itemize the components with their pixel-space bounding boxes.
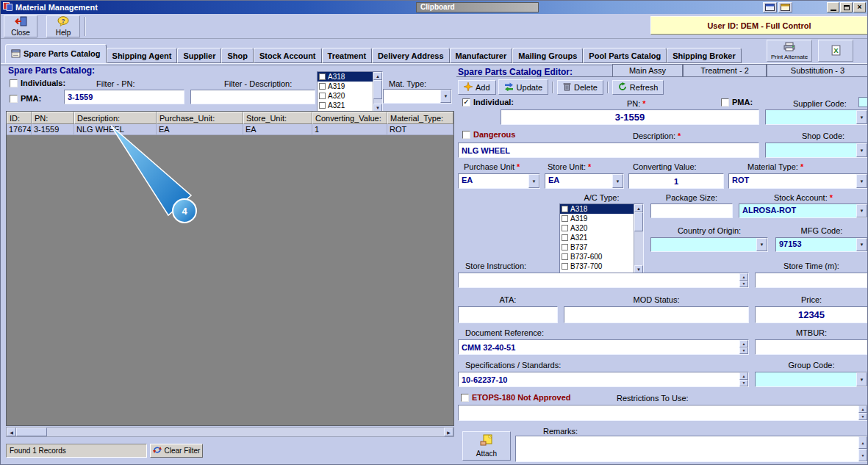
list-item-b737-700[interactable]: B737-700	[560, 262, 643, 271]
scrollbar-thumb[interactable]	[373, 80, 382, 99]
dropdown-arrow-icon[interactable]: ▼	[856, 372, 867, 386]
clipboard-child-window[interactable]: Clipboard	[416, 2, 539, 12]
add-button[interactable]: Add	[458, 80, 496, 95]
dropdown-arrow-icon[interactable]: ▼	[856, 174, 867, 188]
dropdown-arrow-icon[interactable]: ▼	[856, 110, 867, 124]
column-header-store-unit[interactable]: Store_Unit:	[243, 112, 312, 124]
column-header-converting-value[interactable]: Converting_Value:	[312, 112, 387, 124]
filter-description-input[interactable]	[191, 90, 315, 104]
shop-code-select[interactable]: ▼	[765, 143, 868, 158]
mat-type-select[interactable]: ▼	[383, 89, 452, 104]
material-type-select[interactable]: ROT ▼	[728, 173, 868, 189]
mtbur-input[interactable]	[756, 340, 867, 354]
store-instruction-input[interactable]	[459, 273, 748, 287]
attach-button[interactable]: Attach	[462, 431, 511, 461]
dropdown-arrow-icon[interactable]: ▼	[856, 143, 867, 157]
dropdown-arrow-icon[interactable]: ▼	[612, 174, 623, 188]
pma-checkbox[interactable]: PMA:	[721, 98, 753, 107]
individual-checkbox[interactable]: ✓ Individual:	[462, 98, 514, 107]
etops-checkbox[interactable]: ETOPS-180 Not Approved	[461, 393, 570, 402]
mfg-code-select[interactable]: 97153 ▼	[775, 237, 868, 252]
scroll-up-icon[interactable]: ▲	[373, 72, 382, 80]
delete-button[interactable]: Delete	[557, 80, 603, 95]
print-alternate-button[interactable]: Print Alternate	[767, 40, 812, 62]
dropdown-arrow-icon[interactable]: ▼	[756, 238, 767, 251]
specifications-input[interactable]	[459, 372, 748, 386]
tab-supplier[interactable]: Supplier	[177, 48, 221, 63]
column-header-description[interactable]: Description:	[74, 112, 157, 124]
mod-status-input[interactable]	[564, 307, 748, 322]
pma-checkbox[interactable]: PMA:	[10, 94, 41, 103]
tab-mailing-groups[interactable]: Mailing Groups	[512, 48, 583, 63]
filter-pn-input[interactable]	[65, 90, 184, 104]
list-item-a320[interactable]: A320	[560, 223, 643, 233]
spinner[interactable]: ▲▼	[858, 436, 867, 461]
converting-value-input[interactable]	[629, 174, 723, 188]
dropdown-arrow-icon[interactable]: ▼	[856, 204, 867, 217]
dropdown-arrow-icon[interactable]: ▼	[528, 174, 539, 188]
close-button[interactable]: Close	[4, 15, 37, 37]
tab-pool-parts-catalog[interactable]: Pool Parts Catalog	[583, 48, 667, 63]
remarks-input[interactable]	[516, 436, 867, 461]
column-header-material-type[interactable]: Material_Type:	[387, 112, 453, 124]
tab-delivery-address[interactable]: Delivery Address	[372, 48, 449, 63]
tab-shipping-agent[interactable]: Shipping Agent	[107, 48, 178, 63]
package-size-input[interactable]	[651, 204, 732, 217]
clear-filter-button[interactable]: Clear Filter	[150, 444, 203, 458]
tab-manufacturer[interactable]: Manufacturer	[450, 48, 513, 63]
close-window-button[interactable]: ×	[853, 2, 866, 12]
individuals-checkbox[interactable]: Individuals:	[10, 79, 65, 87]
horizontal-scrollbar[interactable]: ◀ ▶	[6, 427, 454, 437]
supplier-code-select[interactable]: ▼	[765, 109, 868, 125]
list-item-a321[interactable]: A321	[560, 233, 643, 242]
dropdown-arrow-icon[interactable]: ▼	[440, 90, 451, 103]
ata-input[interactable]	[459, 307, 557, 322]
tab-shop[interactable]: Shop	[221, 48, 254, 63]
tab-spare-parts-catalog[interactable]: Spare Parts Catalog	[5, 44, 107, 63]
country-of-origin-select[interactable]: ▼	[650, 237, 768, 252]
column-header-id[interactable]: ID:	[7, 112, 32, 124]
vertical-scrollbar[interactable]: ▲▼	[373, 72, 382, 112]
restore-button[interactable]	[840, 2, 853, 12]
table-row[interactable]: 17674 3-1559 NLG WHEEL EA EA 1 ROT	[7, 124, 453, 135]
tab-shipping-broker[interactable]: Shipping Broker	[667, 48, 742, 63]
pn-input[interactable]	[501, 110, 758, 124]
list-item-a319[interactable]: A319	[560, 214, 643, 223]
list-item-b737-600[interactable]: B737-600	[560, 252, 643, 262]
tab-treatment[interactable]: Treatment	[322, 48, 373, 63]
description-input[interactable]	[459, 143, 758, 157]
column-header-purchase-unit[interactable]: Purchase_Unit:	[157, 112, 243, 124]
spinner[interactable]: ▲▼	[739, 372, 748, 386]
restrictions-input[interactable]	[459, 405, 867, 420]
purchase-unit-select[interactable]: EA ▼	[458, 173, 540, 189]
tab-treatment-2[interactable]: Treatment - 2	[683, 64, 767, 76]
document-reference-input[interactable]	[459, 340, 748, 354]
spinner[interactable]: ▲▼	[739, 340, 748, 354]
tab-main-assy[interactable]: Main Assy	[612, 64, 683, 76]
list-item-a318[interactable]: A318	[560, 204, 643, 214]
supplier-code-lookup[interactable]	[858, 97, 868, 107]
price-input[interactable]	[756, 307, 867, 322]
group-code-select[interactable]: ▼	[755, 372, 868, 387]
vertical-scrollbar[interactable]: ▲▼	[634, 204, 643, 273]
update-button[interactable]: Update	[498, 79, 548, 95]
scroll-up-icon[interactable]: ▲	[634, 204, 643, 212]
column-header-pn[interactable]: PN:	[32, 112, 74, 124]
window-shortcut-icon-2[interactable]	[778, 2, 792, 12]
dropdown-arrow-icon[interactable]: ▼	[856, 238, 867, 251]
spinner[interactable]: ▲▼	[858, 405, 867, 420]
scrollbar-thumb[interactable]	[16, 428, 47, 436]
tab-stock-account[interactable]: Stock Account	[254, 48, 322, 63]
scroll-left-icon[interactable]: ◀	[7, 428, 16, 436]
minimize-button[interactable]	[827, 2, 839, 12]
scrollbar-thumb[interactable]	[634, 212, 643, 231]
spinner[interactable]: ▲▼	[739, 273, 748, 287]
list-item-b737[interactable]: B737	[560, 242, 643, 252]
export-excel-button[interactable]: X	[818, 40, 853, 62]
window-shortcut-icon-1[interactable]	[763, 2, 777, 12]
store-time-input[interactable]	[756, 273, 867, 287]
scroll-right-icon[interactable]: ▶	[444, 428, 453, 436]
help-button[interactable]: ? Help	[46, 15, 80, 37]
refresh-button[interactable]: Refresh	[612, 80, 664, 95]
tab-substitution-3[interactable]: Substitution - 3	[767, 64, 868, 76]
